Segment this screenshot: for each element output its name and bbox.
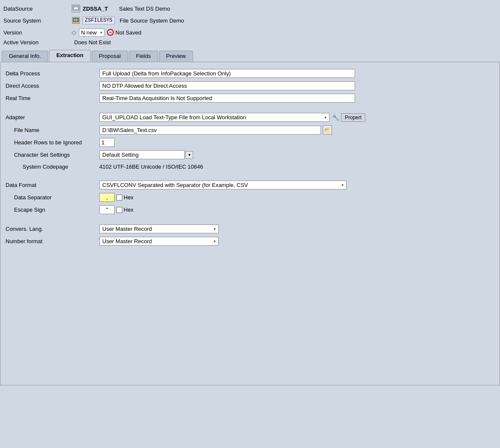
datasource-value-col: ZDSSA_T Sales Text DS Demo: [72, 5, 497, 12]
real-time-label: Real Time: [6, 95, 99, 101]
escape-sign-row: Escape Sign Hex: [6, 204, 494, 216]
convers-lang-value-col: User Master Record ▾: [99, 224, 494, 233]
svg-rect-4: [74, 19, 75, 20]
active-version-label: Active Version: [3, 39, 72, 46]
delta-process-section: Delta Process Full Upload (Delta from In…: [6, 67, 494, 104]
version-select[interactable]: N new ▾: [79, 29, 104, 37]
hex-checkbox-1: Hex: [116, 194, 133, 201]
number-format-label: Number format: [6, 238, 99, 244]
source-system-value-col: ZSFILESYS File Source System Demo: [72, 17, 497, 24]
version-dropdown-icon: ▾: [100, 30, 102, 35]
version-row: Version ◇ N new ▾ − Not Saved: [3, 26, 497, 38]
tab-preview-label: Preview: [166, 53, 186, 59]
tab-extraction-label: Extraction: [56, 52, 84, 58]
source-system-icon: [72, 17, 80, 24]
not-saved-icon: −: [107, 29, 114, 36]
direct-access-row: Direct Access NO DTP Allowed for Direct …: [6, 80, 494, 92]
adapter-tools: 🔧 Propert: [332, 113, 365, 122]
data-separator-label: Data Separator: [6, 194, 99, 201]
tab-content-extraction: Delta Process Full Upload (Delta from In…: [0, 62, 500, 385]
real-time-value: Real-Time Data Acquisition Is Not Suppor…: [99, 94, 494, 103]
header-rows-value-col: [99, 138, 494, 147]
tab-proposal-label: Proposal: [99, 53, 121, 59]
escape-sign-value-col: Hex: [99, 205, 494, 214]
hex-checkbox-2: Hex: [116, 207, 133, 213]
tab-general-info[interactable]: General Info.: [2, 51, 48, 62]
svg-rect-5: [76, 19, 78, 20]
not-saved-indicator: − Not Saved: [107, 29, 142, 36]
convers-lang-dropdown-icon: ▾: [214, 227, 216, 231]
adapter-dropdown-icon: ▾: [324, 115, 327, 120]
delta-process-label: Delta Process: [6, 70, 99, 77]
system-codepage-label: System Codepage: [6, 164, 99, 170]
header-rows-input[interactable]: [99, 138, 115, 147]
header-rows-row: Header Rows to be Ignored: [6, 136, 494, 149]
file-name-input[interactable]: D:\BW\Sales_Text.csv: [99, 126, 321, 135]
char-set-select[interactable]: Default Setting: [99, 150, 185, 159]
convers-lang-row: Convers. Lang. User Master Record ▾: [6, 223, 494, 235]
datasource-desc: Sales Text DS Demo: [119, 6, 170, 12]
escape-sign-input[interactable]: [99, 205, 115, 214]
main-container: DataSource ZDSSA_T Sales Text DS Demo So…: [0, 0, 500, 448]
data-separator-row: Data Separator Hex: [6, 191, 494, 204]
datasource-code: ZDSSA_T: [83, 6, 108, 12]
data-format-dropdown-icon: ▾: [341, 183, 344, 187]
properties-button[interactable]: Propert: [341, 113, 365, 122]
adapter-value-text: GUI_UPLOAD Load Text-Type File from Loca…: [102, 114, 246, 121]
header-section: DataSource ZDSSA_T Sales Text DS Demo So…: [0, 0, 500, 48]
adapter-label: Adapter: [6, 114, 99, 121]
tab-extraction[interactable]: Extraction: [49, 50, 91, 62]
tab-preview[interactable]: Preview: [159, 51, 193, 62]
svg-rect-6: [74, 20, 75, 21]
data-format-label: Data Format: [6, 182, 99, 188]
number-format-select[interactable]: User Master Record ▾: [99, 237, 219, 246]
version-value-col: ◇ N new ▾ − Not Saved: [72, 29, 497, 37]
delta-process-input: Full Upload (Delta from InfoPackage Sele…: [99, 69, 355, 78]
ss-icon-inner: [72, 17, 80, 24]
char-set-dropdown-icon[interactable]: ▾: [185, 151, 193, 159]
char-set-value-col: Default Setting ▾: [99, 150, 494, 159]
data-format-row: Data Format CSVFLCONV Separated with Sep…: [6, 179, 494, 191]
hex-checkbox-1-box[interactable]: [116, 195, 122, 201]
tabs-container: General Info. Extraction Proposal Fields…: [0, 48, 500, 62]
data-separator-input[interactable]: [99, 193, 115, 202]
tab-fields[interactable]: Fields: [129, 51, 158, 62]
datasource-row: DataSource ZDSSA_T Sales Text DS Demo: [3, 3, 497, 14]
number-format-dropdown-icon: ▾: [214, 239, 216, 244]
source-system-label: Source System: [3, 17, 72, 24]
source-system-code: ZSFILESYS: [83, 17, 115, 24]
tab-general-info-label: General Info.: [9, 53, 41, 59]
svg-rect-7: [76, 20, 78, 21]
delta-process-row: Delta Process Full Upload (Delta from In…: [6, 67, 494, 80]
hex-checkbox-2-box[interactable]: [116, 207, 122, 213]
real-time-row: Real Time Real-Time Data Acquisition Is …: [6, 92, 494, 104]
adapter-input[interactable]: GUI_UPLOAD Load Text-Type File from Loca…: [99, 113, 329, 122]
escape-sign-label: Escape Sign: [6, 207, 99, 213]
data-format-input[interactable]: CSVFLCONV Separated with Separator (for …: [99, 181, 347, 190]
data-format-value-col: CSVFLCONV Separated with Separator (for …: [99, 181, 494, 190]
version-value: N new: [81, 29, 97, 36]
wrench-icon: 🔧: [332, 114, 339, 121]
convers-section: Convers. Lang. User Master Record ▾ Numb…: [6, 223, 494, 247]
convers-lang-label: Convers. Lang.: [6, 226, 99, 232]
direct-access-input: NO DTP Allowed for Direct Access: [99, 81, 355, 90]
hex-label-2: Hex: [124, 207, 133, 213]
tab-proposal[interactable]: Proposal: [92, 51, 128, 62]
direct-access-value: NO DTP Allowed for Direct Access: [99, 81, 494, 90]
datasource-label: DataSource: [3, 6, 72, 12]
file-name-label: File Name: [6, 127, 99, 133]
file-name-value-col: D:\BW\Sales_Text.csv 📂: [99, 125, 494, 135]
adapter-row: Adapter GUI_UPLOAD Load Text-Type File f…: [6, 111, 494, 123]
real-time-input: Real-Time Data Acquisition Is Not Suppor…: [99, 94, 355, 103]
convers-lang-select[interactable]: User Master Record ▾: [99, 224, 219, 233]
not-saved-label: Not Saved: [116, 29, 142, 36]
header-rows-label: Header Rows to be Ignored: [6, 139, 99, 146]
source-system-desc: File Source System Demo: [120, 17, 184, 24]
file-name-row: File Name D:\BW\Sales_Text.csv 📂: [6, 123, 494, 136]
hex-label-1: Hex: [124, 194, 133, 201]
system-codepage-value: 4102 UTF-16BE Unicode / ISO/IEC 10646: [99, 164, 494, 170]
svg-rect-1: [74, 7, 78, 9]
browse-button[interactable]: 📂: [323, 125, 332, 135]
browse-icon: 📂: [324, 127, 330, 133]
char-set-row: Character Set Settings Default Setting ▾: [6, 149, 494, 161]
